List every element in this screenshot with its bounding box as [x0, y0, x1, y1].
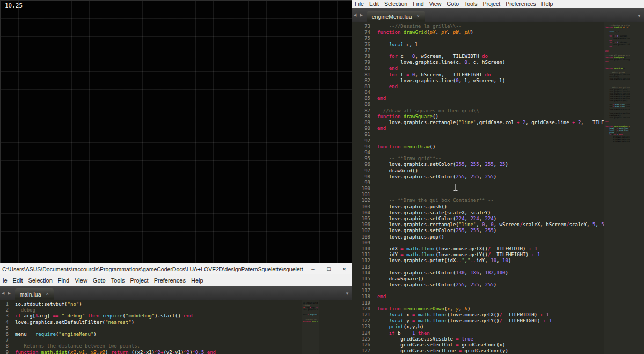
code-line[interactable]: [377, 138, 604, 144]
minimap[interactable]: --//Dessine la grille\\--function drawGr…: [604, 22, 644, 354]
code-line[interactable]: [15, 337, 301, 343]
menu-item-help[interactable]: Help: [539, 1, 556, 7]
code-line[interactable]: --//Dessine la grille\\--: [377, 24, 604, 30]
tab-scroll-left-icon[interactable]: ◀: [0, 291, 6, 295]
code-line[interactable]: for l = 0, hScreen, __TILEHEIGHT do: [377, 72, 604, 78]
menu-item-project[interactable]: Project: [480, 1, 503, 7]
code-line[interactable]: --debug: [15, 307, 301, 313]
code-line[interactable]: print(x,y,b): [377, 324, 604, 330]
code-line[interactable]: love.graphics.setColor(255, 255, 255): [377, 282, 604, 288]
menu-item-edit[interactable]: Edit: [10, 277, 26, 284]
menu-item-le[interactable]: le: [0, 277, 10, 284]
close-button[interactable]: ✕: [336, 263, 352, 274]
code-line[interactable]: love.graphics.print(idX..","..idY, 10, 1…: [377, 258, 604, 264]
code-line[interactable]: gridCase.selectCol = gridCaseCoor(x): [377, 342, 604, 348]
code-line[interactable]: love.graphics.pop(): [377, 234, 604, 240]
code-editor[interactable]: io.stdout:setvbuf("no")--debugif arg[#ar…: [11, 300, 301, 354]
menu-item-find[interactable]: Find: [410, 1, 426, 7]
code-line[interactable]: [377, 102, 604, 107]
code-line[interactable]: love.graphics.rectangle("line",gridCase.…: [377, 120, 604, 126]
menu-item-help[interactable]: Help: [188, 277, 206, 284]
code-line[interactable]: gridCase.isVisible = true: [377, 336, 604, 342]
menu-item-goto[interactable]: Goto: [90, 277, 108, 284]
tab-enginemenu-lua[interactable]: engineMenu.lua ×: [367, 11, 425, 22]
code-line[interactable]: [377, 240, 604, 246]
code-line[interactable]: if b == 1 then: [377, 330, 604, 336]
code-line[interactable]: end: [377, 66, 604, 71]
code-line[interactable]: love.graphics.rectangle("line", 0, 0, wS…: [377, 222, 604, 228]
code-line[interactable]: [377, 180, 604, 186]
tab-scroll-right-icon[interactable]: ▶: [358, 13, 364, 17]
tab-main-lua[interactable]: main.lua ×: [15, 288, 54, 300]
code-line[interactable]: for c = 0, wScreen, __TILEWIDTH do: [377, 54, 604, 60]
code-line[interactable]: [377, 264, 604, 270]
code-line[interactable]: function math.dist(x1,y1, x2,y2) return …: [15, 350, 301, 354]
code-line[interactable]: function drawGrid(pX, pY, pW, pH): [377, 30, 604, 35]
menu-item-project[interactable]: Project: [127, 277, 151, 284]
code-line[interactable]: end: [377, 96, 604, 102]
code-line[interactable]: local x = math.floor(love.mouse.getX()/_…: [377, 312, 604, 318]
maximize-button[interactable]: ☐: [321, 263, 336, 274]
code-line[interactable]: drawGrid(): [377, 168, 604, 174]
tab-overflow-icon[interactable]: ▼: [345, 292, 349, 296]
menu-item-goto[interactable]: Goto: [444, 1, 462, 7]
code-line[interactable]: love.graphics.push(): [377, 204, 604, 210]
code-line[interactable]: -- **Draw grid**--: [377, 156, 604, 162]
menu-item-view[interactable]: View: [72, 277, 90, 284]
code-line[interactable]: end: [377, 84, 604, 90]
tab-scroll-right-icon[interactable]: ▶: [6, 291, 12, 295]
code-line[interactable]: love.graphics.setColor(255, 255, 255): [377, 228, 604, 234]
code-line[interactable]: [377, 48, 604, 54]
tab-close-icon[interactable]: ×: [46, 292, 48, 297]
menu-item-selection[interactable]: Selection: [382, 1, 410, 7]
code-line[interactable]: [377, 288, 604, 294]
code-line[interactable]: love.graphics.line(c, 0, c, hScreen): [377, 60, 604, 66]
code-line[interactable]: [377, 192, 604, 198]
code-line[interactable]: function drawSquare(): [377, 114, 604, 120]
code-line[interactable]: love.graphics.setColor(255, 255, 255): [377, 174, 604, 180]
code-line[interactable]: love.graphics.scale(scaleX, scaleY): [377, 210, 604, 216]
minimap[interactable]: io.stdout:setvbuf("no")--debugif arg[#ar…: [302, 300, 319, 354]
code-line[interactable]: --//draw all squares on then grid\\--: [377, 108, 604, 114]
love-game-window[interactable]: 10,25: [0, 0, 352, 263]
code-line[interactable]: -- **Draw the gui box Container** --: [377, 198, 604, 204]
menu-item-tools[interactable]: Tools: [462, 1, 480, 7]
menu-item-view[interactable]: View: [427, 1, 444, 7]
code-line[interactable]: io.stdout:setvbuf("no"): [15, 301, 301, 307]
menu-item-edit[interactable]: Edit: [367, 1, 382, 7]
menu-item-preferences[interactable]: Preferences: [503, 1, 539, 7]
code-line[interactable]: [15, 326, 301, 331]
code-line[interactable]: -- Returns the distance between two poin…: [15, 343, 301, 349]
tab-overflow-icon[interactable]: ▼: [637, 14, 641, 18]
code-line[interactable]: love.graphics.setColor(130, 186, 182,100…: [377, 270, 604, 276]
menu-item-file[interactable]: File: [352, 1, 367, 7]
code-line[interactable]: local y = math.floor(love.mouse.getY()/_…: [377, 318, 604, 324]
code-line[interactable]: drawSquare(): [377, 276, 604, 282]
code-line[interactable]: love.graphics.setColor(255, 255, 255, 25…: [377, 162, 604, 168]
code-editor[interactable]: --//Dessine la grille\\--function drawGr…: [374, 22, 604, 354]
code-line[interactable]: [377, 35, 604, 41]
code-line[interactable]: function menu:mouseDown(x, y, b): [377, 306, 604, 312]
code-line[interactable]: idY = math.floor(love.mouse.getY()/__TIL…: [377, 252, 604, 258]
code-line[interactable]: [377, 300, 604, 306]
code-line[interactable]: menu = require("engineMenu"): [15, 331, 301, 337]
tab-scroll-left-icon[interactable]: ◀: [352, 13, 358, 17]
code-line[interactable]: [377, 132, 604, 138]
menu-item-preferences[interactable]: Preferences: [151, 277, 188, 284]
code-line[interactable]: love.graphics.setDefaultFilter("nearest"…: [15, 320, 301, 326]
tab-close-icon[interactable]: ×: [417, 14, 420, 19]
menu-item-tools[interactable]: Tools: [108, 277, 128, 284]
minimize-button[interactable]: ─: [305, 263, 321, 274]
code-line[interactable]: [377, 186, 604, 192]
code-line[interactable]: idX = math.floor(love.mouse.getX()/__TIL…: [377, 246, 604, 252]
code-line[interactable]: [377, 90, 604, 96]
code-line[interactable]: if arg[#arg] == "-debug" then require("m…: [15, 313, 301, 319]
code-line[interactable]: function menu:Draw(): [377, 144, 604, 150]
code-line[interactable]: [377, 150, 604, 156]
code-line[interactable]: end: [377, 126, 604, 132]
code-line[interactable]: gridCase.selectLine = gridCaseCoor(y): [377, 348, 604, 354]
menu-item-find[interactable]: Find: [55, 277, 72, 284]
menu-item-selection[interactable]: Selection: [26, 277, 55, 284]
code-line[interactable]: love.graphics.setColor(224, 224, 224): [377, 216, 604, 222]
code-line[interactable]: local c, l: [377, 42, 604, 48]
